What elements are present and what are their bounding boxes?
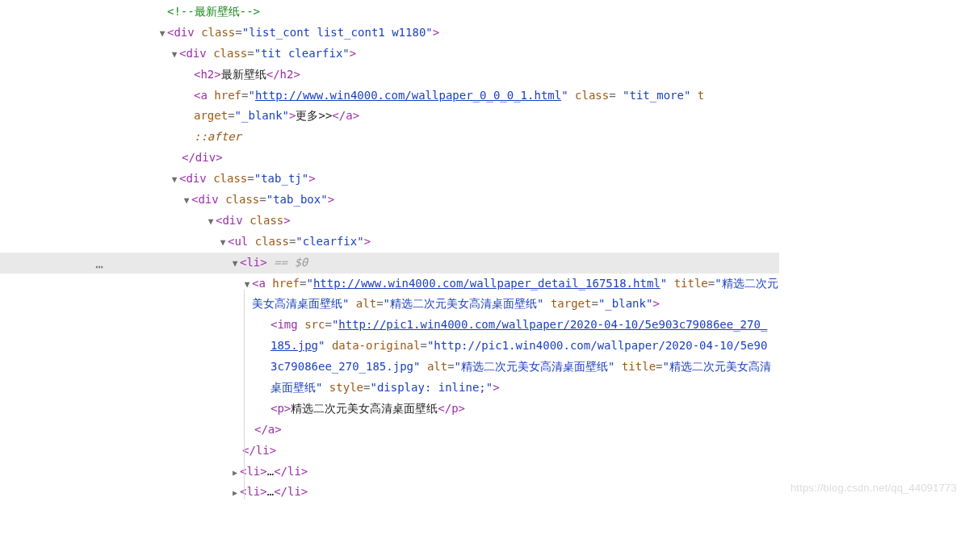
html-comment[interactable]: <!--最新壁纸--> xyxy=(0,2,973,23)
devtools-elements-panel: <!--最新壁纸--> ▼<div class="list_cont list_… xyxy=(0,0,973,503)
element-div-tab-box[interactable]: ▼<div class="tab_box"> xyxy=(0,190,973,211)
element-div-close[interactable]: </div> xyxy=(0,148,973,169)
element-div-list-cont[interactable]: ▼<div class="list_cont list_cont1 w1180"… xyxy=(0,23,973,44)
expand-arrow-icon[interactable]: ▼ xyxy=(170,47,179,63)
selected-element-row[interactable]: ⋯ ▼<li> == $0 xyxy=(0,253,779,274)
element-div-tab-tj[interactable]: ▼<div class="tab_tj"> xyxy=(0,169,973,190)
spacer xyxy=(157,5,167,21)
expand-arrow-icon[interactable]: ▼ xyxy=(206,214,216,230)
element-img[interactable]: <img src="http://pic1.win4000.com/wallpa… xyxy=(0,315,973,399)
pseudo-after[interactable]: ::after xyxy=(0,127,973,148)
expand-arrow-icon[interactable]: ▼ xyxy=(230,256,240,272)
element-p[interactable]: <p>精选二次元美女高清桌面壁纸</p> xyxy=(0,399,973,420)
element-li-close[interactable]: </li> xyxy=(0,441,973,462)
collapse-arrow-icon[interactable]: ▶ xyxy=(230,466,240,481)
element-h2[interactable]: <h2>最新壁纸</h2> xyxy=(0,65,973,86)
tree-guide-line xyxy=(244,290,245,499)
element-a-tit-more[interactable]: <a href="http://www.win4000.com/wallpape… xyxy=(0,86,973,127)
element-a-close[interactable]: </a> xyxy=(0,420,973,441)
expand-arrow-icon[interactable]: ▼ xyxy=(170,172,179,188)
collapse-arrow-icon[interactable]: ▶ xyxy=(230,486,240,501)
element-div-tit[interactable]: ▼<div class="tit clearfix"> xyxy=(0,44,973,65)
watermark-text: https://blog.csdn.net/qq_44091773 xyxy=(791,479,957,498)
element-ul-clearfix[interactable]: ▼<ul class="clearfix"> xyxy=(0,232,973,253)
expand-arrow-icon[interactable]: ▼ xyxy=(182,193,191,209)
expand-arrow-icon[interactable]: ▼ xyxy=(157,26,167,42)
element-a-wallpaper[interactable]: ▼<a href="http://www.win4000.com/wallpap… xyxy=(0,274,973,316)
expand-arrow-icon[interactable]: ▼ xyxy=(218,235,228,251)
element-div-noclass[interactable]: ▼<div class> xyxy=(0,211,973,232)
gutter-ellipsis-icon[interactable]: ⋯ xyxy=(95,255,104,279)
